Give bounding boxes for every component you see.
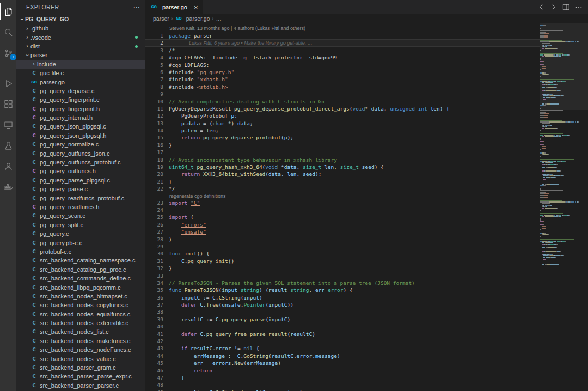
explorer-item-pg_query_readfuncs_protobuf.c[interactable]: Cpg_query_readfuncs_protobuf.c xyxy=(16,193,145,202)
code-line-22[interactable]: 22*/ xyxy=(145,185,540,192)
code-line-46[interactable]: 46 return xyxy=(145,367,540,374)
codelens-regenerate-cgo[interactable]: regenerate cgo definitions xyxy=(145,193,540,199)
split-editor-icon[interactable] xyxy=(562,3,570,11)
explorer-item-src_backend_nodes_copyfuncs.c[interactable]: Csrc_backend_nodes_copyfuncs.c xyxy=(16,301,145,309)
code-line-7[interactable]: 7#include "xxhash.h" xyxy=(145,76,540,83)
explorer-item-src_backend_commands_define.c[interactable]: Csrc_backend_commands_define.c xyxy=(16,274,145,283)
code-line-47[interactable]: 47 } xyxy=(145,374,540,381)
explorer-item-src_backend_nodes_bitmapset.c[interactable]: Csrc_backend_nodes_bitmapset.c xyxy=(16,292,145,301)
remote-explorer-icon[interactable] xyxy=(0,117,16,133)
breadcrumb-item-parser.go[interactable]: GOparser.go xyxy=(175,15,210,22)
explorer-item-src_backend_nodes_makefuncs.c[interactable]: Csrc_backend_nodes_makefuncs.c xyxy=(16,337,145,345)
explorer-item-src_backend_catalog_namespace.c[interactable]: Csrc_backend_catalog_namespace.c xyxy=(16,256,145,265)
code-line-41[interactable]: 41 defer C.pg_query_free_parse_result(re… xyxy=(145,331,540,338)
tab-close-icon[interactable]: × xyxy=(194,4,198,11)
code-line-48[interactable]: 48 xyxy=(145,381,540,388)
explorer-item-pg_query_deparse.c[interactable]: Cpg_query_deparse.c xyxy=(16,87,145,95)
explorer-root-folder[interactable]: › PG_QUERY_GO xyxy=(16,14,145,24)
code-line-29[interactable]: 29 xyxy=(145,243,540,250)
minimap[interactable] xyxy=(540,23,588,391)
explorer-item-pg_query_internal.h[interactable]: Cpg_query_internal.h xyxy=(16,113,145,122)
code-line-28[interactable]: 28) xyxy=(145,236,540,243)
navigate-forward-icon[interactable] xyxy=(550,3,558,11)
code-line-35[interactable]: 35func ParseToJSON(input string) (result… xyxy=(145,286,540,294)
code-line-1[interactable]: 1package parser xyxy=(145,32,540,39)
explorer-item-pg_query_fingerprint.h[interactable]: Cpg_query_fingerprint.h xyxy=(16,105,145,113)
code-line-38[interactable]: 38 xyxy=(145,308,540,315)
tab-parser-go[interactable]: GO parser.go × xyxy=(145,0,203,14)
run-debug-icon[interactable] xyxy=(0,75,16,91)
explorer-item-src_backend_nodes_list.c[interactable]: Csrc_backend_nodes_list.c xyxy=(16,327,145,336)
explorer-item-pg_query_outfuncs_protobuf.c[interactable]: Cpg_query_outfuncs_protobuf.c xyxy=(16,158,145,167)
code-line-16[interactable]: 16} xyxy=(145,142,540,149)
account-icon[interactable] xyxy=(0,158,16,174)
code-line-6[interactable]: 6#include "pg_query.h" xyxy=(145,69,540,76)
explorer-item-src_backend_nodes_value.c[interactable]: Csrc_backend_nodes_value.c xyxy=(16,354,145,363)
explorer-item-pg_query_json_plpgsql.c[interactable]: Cpg_query_json_plpgsql.c xyxy=(16,122,145,131)
explorer-item-parser.go[interactable]: GOparser.go xyxy=(16,77,145,86)
code-line-49[interactable]: 49 result = C.GoString(resultC.parse_tre… xyxy=(145,389,540,391)
explorer-item-src_backend_catalog_pg_proc.c[interactable]: Csrc_backend_catalog_pg_proc.c xyxy=(16,265,145,274)
code-line-24[interactable]: 24 xyxy=(145,206,540,213)
more-actions-icon[interactable] xyxy=(575,3,583,11)
code-line-14[interactable]: 14 p.len = len; xyxy=(145,127,540,134)
code-line-8[interactable]: 8#include <stdlib.h> xyxy=(145,83,540,90)
explorer-item-pg_query_split.c[interactable]: Cpg_query_split.c xyxy=(16,221,145,229)
explorer-item-.vscode[interactable]: ›.vscode xyxy=(16,33,145,41)
code-line-33[interactable]: 33 xyxy=(145,272,540,279)
code-line-25[interactable]: 25import ( xyxy=(145,213,540,221)
explorer-item-pg_query_json_plpgsql.h[interactable]: Cpg_query_json_plpgsql.h xyxy=(16,131,145,140)
explorer-icon[interactable] xyxy=(0,3,16,20)
code-line-39[interactable]: 39 resultC := C.pg_query_parse(inputC) xyxy=(145,316,540,323)
code-line-11[interactable]: 11PgQueryDeparseResult pg_query_deparse_… xyxy=(145,105,540,112)
explorer-item-pg_query.c[interactable]: Cpg_query.c xyxy=(16,229,145,238)
explorer-item-src_backend_nodes_equalfuncs.c[interactable]: Csrc_backend_nodes_equalfuncs.c xyxy=(16,310,145,319)
explorer-item-parser[interactable]: ›parser xyxy=(16,51,145,59)
explorer-item-src_backend_parser_gram.c[interactable]: Csrc_backend_parser_gram.c xyxy=(16,363,145,372)
breadcrumb-item-…[interactable]: … xyxy=(216,15,222,22)
explorer-item-pg_query_normalize.c[interactable]: Cpg_query_normalize.c xyxy=(16,140,145,149)
explorer-item-pg_query.pb-c.c[interactable]: Cpg_query.pb-c.c xyxy=(16,238,145,247)
explorer-item-pg_query_fingerprint.c[interactable]: Cpg_query_fingerprint.c xyxy=(16,95,145,104)
code-line-40[interactable]: 40 xyxy=(145,323,540,330)
explorer-item-include[interactable]: ›include xyxy=(16,60,145,69)
code-line-44[interactable]: 44 errMessage := C.GoString(resultC.erro… xyxy=(145,352,540,359)
code-line-36[interactable]: 36 inputC := C.CString(input) xyxy=(145,294,540,301)
code-line-34[interactable]: 34// ParseToJSON - Parses the given SQL … xyxy=(145,279,540,286)
code-line-2[interactable]: 2Lukas Fittl, 6 years ago • Make the lib… xyxy=(145,39,540,46)
explorer-item-protobuf-c.c[interactable]: Cprotobuf-c.c xyxy=(16,247,145,256)
code-line-45[interactable]: 45 err = errors.New(errMessage) xyxy=(145,359,540,366)
codelens-blame-authors[interactable]: Steven Kalt, 13 months ago | 4 authors (… xyxy=(145,25,540,32)
explorer-item-src_backend_parser_parser.c[interactable]: Csrc_backend_parser_parser.c xyxy=(16,381,145,390)
code-line-32[interactable]: 32} xyxy=(145,265,540,272)
explorer-item-guc-file.c[interactable]: Cguc-file.c xyxy=(16,69,145,77)
explorer-item-src_backend_nodes_extensible.c[interactable]: Csrc_backend_nodes_extensible.c xyxy=(16,319,145,327)
more-actions-icon[interactable]: ⋯ xyxy=(133,3,140,11)
explorer-item-pg_query_parse.c[interactable]: Cpg_query_parse.c xyxy=(16,185,145,193)
code-line-27[interactable]: 27 "unsafe" xyxy=(145,228,540,235)
explorer-item-src_backend_nodes_nodeFuncs.c[interactable]: Csrc_backend_nodes_nodeFuncs.c xyxy=(16,345,145,354)
explorer-item-pg_query_scan.c[interactable]: Cpg_query_scan.c xyxy=(16,211,145,220)
explorer-item-pg_query_parse_plpgsql.c[interactable]: Cpg_query_parse_plpgsql.c xyxy=(16,176,145,185)
navigate-back-icon[interactable] xyxy=(537,3,545,11)
breadcrumb-item-parser[interactable]: parser xyxy=(153,15,169,22)
code-line-30[interactable]: 30func init() { xyxy=(145,250,540,257)
extensions-icon[interactable] xyxy=(0,96,16,112)
explorer-item-pg_query_outfuncs_json.c[interactable]: Cpg_query_outfuncs_json.c xyxy=(16,149,145,157)
code-line-13[interactable]: 13 p.data = (char *) data; xyxy=(145,120,540,127)
explorer-item-src_backend_libpq_pqcomm.c[interactable]: Csrc_backend_libpq_pqcomm.c xyxy=(16,283,145,291)
code-line-19[interactable]: 19uint64_t pg_query_hash_xxh3_64(void *d… xyxy=(145,163,540,170)
code-line-12[interactable]: 12 PgQueryProtobuf p; xyxy=(145,112,540,119)
code-line-21[interactable]: 21} xyxy=(145,178,540,185)
explorer-item-.github[interactable]: ›.github xyxy=(16,24,145,33)
code-line-17[interactable]: 17 xyxy=(145,149,540,156)
source-control-icon[interactable]: 7 xyxy=(0,45,16,61)
code-line-23[interactable]: 23import "C" xyxy=(145,199,540,206)
code-line-9[interactable]: 9 xyxy=(145,90,540,97)
code-editor[interactable]: Steven Kalt, 13 months ago | 4 authors (… xyxy=(145,23,540,391)
code-line-5[interactable]: 5#cgo LDFLAGS: xyxy=(145,62,540,69)
explorer-item-pg_query_readfuncs.h[interactable]: Cpg_query_readfuncs.h xyxy=(16,203,145,211)
code-line-3[interactable]: 3/* xyxy=(145,47,540,54)
explorer-item-src_backend_parser_parse_expr.c[interactable]: Csrc_backend_parser_parse_expr.c xyxy=(16,372,145,381)
explorer-item-pg_query_outfuncs.h[interactable]: Cpg_query_outfuncs.h xyxy=(16,167,145,175)
